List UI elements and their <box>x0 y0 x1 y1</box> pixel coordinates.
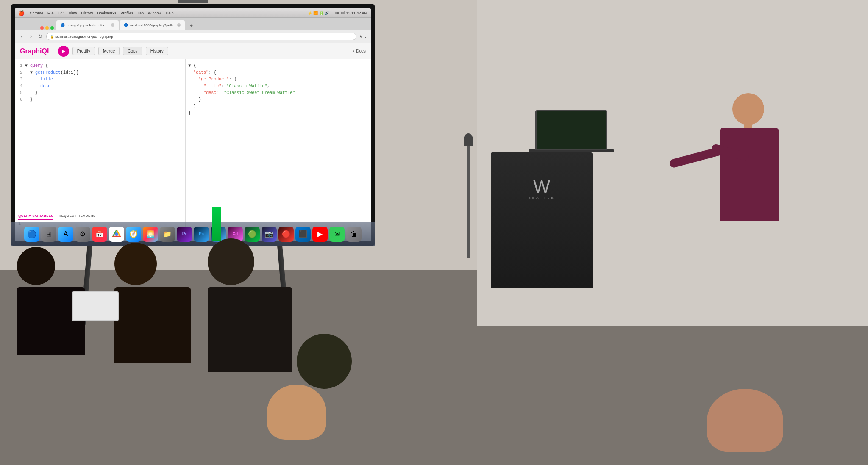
dock-photoshop[interactable]: Ps <box>194 227 209 242</box>
graphiql-main: 1 ▼ query { 2 ▼ getProduct(id:1){ 3 titl… <box>15 59 371 241</box>
line-num-6: 6 <box>17 97 22 103</box>
menu-tab[interactable]: Tab <box>137 11 144 15</box>
dock-chrome[interactable] <box>109 227 124 242</box>
new-tab-button[interactable]: + <box>187 22 195 30</box>
line-content-4: desc <box>25 83 50 90</box>
projection-screen: 🍎 Chrome File Edit View History Bookmark… <box>11 4 375 246</box>
prettify-button[interactable]: Prettify <box>72 47 95 55</box>
dock-youtube[interactable]: ▶ <box>312 227 328 242</box>
water-bottle <box>212 207 221 241</box>
address-input[interactable]: 🔒 localhost:8080/graphiql?path=/graphql <box>46 33 356 40</box>
address-value: localhost:8080/graphiql?path=/graphql <box>55 35 113 39</box>
menubar-right: ⚡ 📶 🔋 🔊 Tue Jul 13 11:42 AM <box>308 11 367 15</box>
copy-button[interactable]: Copy <box>123 47 142 55</box>
line-content-2: ▼ getProduct(id:1){ <box>25 69 78 76</box>
resp-line-4: "title": "Classic Waffle", <box>188 83 368 90</box>
head-4 <box>297 334 352 389</box>
head-3 <box>208 238 254 285</box>
request-headers-tab[interactable]: REQUEST HEADERS <box>58 214 96 220</box>
menu-history[interactable]: History <box>81 11 93 15</box>
head-5 <box>267 385 326 440</box>
resp-content-2: "data": { <box>188 69 216 76</box>
head-2 <box>114 243 157 285</box>
tab-2-close[interactable]: × <box>177 23 181 27</box>
menu-chrome[interactable]: Chrome <box>30 11 43 15</box>
body-2 <box>114 287 191 363</box>
run-query-button[interactable]: ▶ <box>58 46 69 57</box>
hotel-sign: W SEATTLE <box>529 178 555 199</box>
code-line-2: 2 ▼ getProduct(id:1){ <box>17 69 183 76</box>
tab-1-close[interactable]: × <box>111 23 114 27</box>
bottom-tabs: QUERY VARIABLES REQUEST HEADERS <box>15 212 185 220</box>
query-code-area[interactable]: 1 ▼ query { 2 ▼ getProduct(id:1){ 3 titl… <box>15 59 185 212</box>
fullscreen-button[interactable] <box>50 26 54 30</box>
docs-button[interactable]: < Docs <box>353 49 366 53</box>
dock-finder[interactable]: 🔵 <box>24 227 39 242</box>
menu-file[interactable]: File <box>47 11 54 15</box>
browser-tab-2[interactable]: 🔵 localhost:8080/graphiql?path... × <box>120 20 185 30</box>
close-button[interactable] <box>40 26 44 30</box>
address-bar-row: ‹ › ↻ 🔒 localhost:8080/graphiql?path=/gr… <box>15 30 371 43</box>
menu-profiles[interactable]: Profiles <box>120 11 133 15</box>
audience-person-5 <box>267 385 326 440</box>
line-num-1: 1 <box>17 63 22 69</box>
line-content-3: title <box>25 76 53 83</box>
menu-view[interactable]: View <box>69 11 77 15</box>
mic-head <box>464 133 473 146</box>
menu-window[interactable]: Window <box>148 11 161 15</box>
dock-trash[interactable]: 🗑 <box>346 227 362 242</box>
line-content-6: } <box>25 97 33 103</box>
menu-bookmarks[interactable]: Bookmarks <box>97 11 116 15</box>
menu-help[interactable]: Help <box>166 11 174 15</box>
graphiql-toolbar: GraphiQL ▶ Prettify Merge Copy History <… <box>15 43 371 59</box>
history-button[interactable]: History <box>146 47 168 55</box>
body-3 <box>208 287 292 372</box>
clock: Tue Jul 13 11:42 AM <box>333 11 367 15</box>
dock-vscode[interactable]: ⬛ <box>295 227 311 242</box>
dock-calendar[interactable]: 📅 <box>92 227 107 242</box>
back-button[interactable]: ‹ <box>18 33 25 40</box>
browser-icons: ★ ⋮ <box>359 34 367 39</box>
code-line-5: 5 } <box>17 90 183 97</box>
hotel-city: SEATTLE <box>529 196 555 199</box>
query-editor-panel[interactable]: 1 ▼ query { 2 ▼ getProduct(id:1){ 3 titl… <box>15 59 186 241</box>
tab-1-label: davega/graphql-store: fern... <box>67 23 109 27</box>
menu-items: Chrome File Edit View History Bookmarks … <box>30 11 174 15</box>
minimize-button[interactable] <box>45 26 49 30</box>
dock-launchpad[interactable]: ⊞ <box>41 227 56 242</box>
resp-content-7: } <box>188 103 196 110</box>
dock-messages[interactable]: ✉ <box>329 227 345 242</box>
code-line-6: 6 } <box>17 97 183 103</box>
presenter-body <box>720 128 779 221</box>
resp-content-4: "title": "Classic Waffle", <box>188 83 270 90</box>
menu-edit[interactable]: Edit <box>58 11 65 15</box>
query-variables-tab[interactable]: QUERY VARIABLES <box>18 214 53 220</box>
line-content-5: } <box>25 90 38 97</box>
dock-photos[interactable]: 🌅 <box>143 227 158 242</box>
refresh-button[interactable]: ↻ <box>37 33 44 40</box>
resp-line-3: "getProduct": { <box>188 76 368 83</box>
dock-finder-2[interactable]: 📁 <box>160 227 175 242</box>
mac-dock: 🔵 ⊞ A ⚙ 📅 🧭 🌅 📁 Pr Ps Lr Xd 🟢 📷 🔴 ⬛ <box>15 222 371 241</box>
merge-button[interactable]: Merge <box>98 47 120 55</box>
dock-system-preferences[interactable]: ⚙ <box>75 227 90 242</box>
dock-premiere[interactable]: Pr <box>177 227 192 242</box>
line-num-2: 2 <box>17 69 22 76</box>
resp-content-6: } <box>188 97 201 103</box>
forward-button[interactable]: › <box>28 33 34 40</box>
dock-safari[interactable]: 🧭 <box>126 227 141 242</box>
code-line-4: 4 desc <box>17 83 183 90</box>
line-num-4: 4 <box>17 83 22 90</box>
resp-line-7: } <box>188 103 368 110</box>
dock-appstore[interactable]: A <box>58 227 73 242</box>
resp-content-8: } <box>188 110 191 117</box>
graphiql-app: GraphiQL ▶ Prettify Merge Copy History <… <box>15 43 371 241</box>
screen-border: 🍎 Chrome File Edit View History Bookmark… <box>11 4 375 246</box>
graphiql-logo: GraphiQL <box>20 47 51 55</box>
head-6 <box>707 389 783 452</box>
mac-menubar: 🍎 Chrome File Edit View History Bookmark… <box>15 8 371 18</box>
tab-2-label: localhost:8080/graphiql?path... <box>130 23 176 27</box>
browser-tab-1[interactable]: 🔵 davega/graphql-store: fern... × <box>56 20 119 30</box>
resp-content-3: "getProduct": { <box>188 76 236 83</box>
line-num-3: 3 <box>17 76 22 83</box>
